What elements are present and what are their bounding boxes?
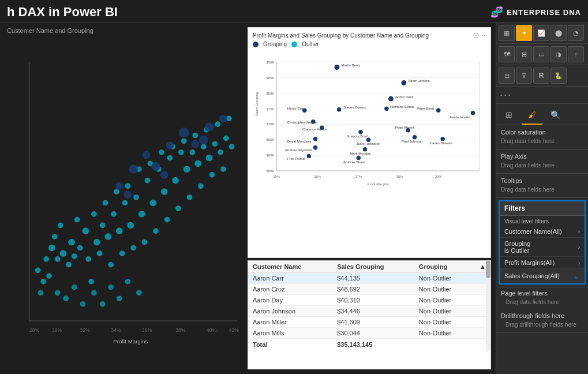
scrollbar[interactable] (486, 261, 490, 350)
svg-point-19 (58, 223, 63, 229)
svg-point-30 (100, 223, 106, 229)
svg-text:36%: 36% (314, 175, 321, 178)
filter-grouping[interactable]: Grouping is Outlier › (500, 238, 585, 257)
more-icon[interactable]: ··· (481, 31, 487, 39)
r-icon[interactable]: R (533, 68, 549, 84)
table-row[interactable]: Aaron Day $40,310 Non-Outlier (248, 295, 490, 306)
svg-text:Profit Margins: Profit Margins (368, 182, 389, 186)
python-icon[interactable]: 🐍 (550, 68, 567, 84)
scroll-thumb[interactable] (486, 261, 490, 278)
svg-point-160 (363, 147, 367, 151)
svg-point-94 (191, 140, 199, 148)
svg-point-66 (201, 144, 207, 149)
svg-text:$70K: $70K (266, 122, 274, 126)
svg-point-18 (66, 262, 72, 268)
svg-point-79 (63, 296, 69, 301)
svg-point-154 (413, 135, 417, 139)
filter-sales-grouping[interactable]: Sales Grouping(All) ⌄ (500, 269, 585, 283)
svg-point-46 (145, 178, 151, 184)
play-axis-drag[interactable]: Drag data fields here (501, 161, 583, 170)
more-visualizations[interactable]: ··· (496, 87, 588, 104)
svg-text:Justin Johnston: Justin Johnston (357, 142, 380, 145)
table-row[interactable]: Aaron Cruz $48,692 Non-Outlier (248, 284, 490, 295)
table-row[interactable]: Aaron Miller $41,609 Non-Outlier (248, 317, 490, 328)
svg-text:$75K: $75K (266, 107, 274, 111)
svg-point-53 (164, 217, 170, 223)
filters-header: Filters (500, 201, 585, 216)
svg-point-134 (337, 107, 341, 111)
svg-point-29 (97, 250, 103, 256)
svg-point-89 (129, 164, 138, 174)
table-icon[interactable]: ⊞ (516, 46, 532, 62)
bar-chart-icon[interactable]: ▦ (499, 25, 515, 41)
table-row[interactable]: Aaron Carr $44,135 Non-Outlier (248, 273, 490, 284)
scatter-chart-icon[interactable]: ✦ (516, 25, 532, 41)
svg-point-49 (153, 228, 159, 234)
svg-point-27 (93, 239, 100, 246)
svg-text:42%: 42% (229, 327, 239, 333)
svg-point-36 (116, 227, 123, 234)
svg-text:Fred Romer: Fred Romer (287, 157, 306, 160)
page-level-drag[interactable]: Drag data fields here (501, 298, 583, 306)
svg-point-95 (205, 122, 214, 132)
filter-grouping-label: Grouping is Outlier (504, 240, 530, 254)
tab-fields[interactable]: ⊞ (499, 106, 519, 125)
cell-name: Aaron Johnson (248, 306, 332, 317)
svg-point-25 (85, 256, 91, 262)
line-chart-icon[interactable]: 📈 (533, 25, 549, 41)
svg-point-60 (183, 166, 190, 173)
chart-menu-icon[interactable]: ≡ (367, 31, 372, 40)
card-icon[interactable]: ▭ (533, 46, 549, 62)
filter-profit-margins[interactable]: Profit Margins(All) › (500, 257, 585, 269)
expand-icon[interactable]: ⊡ (473, 31, 479, 39)
svg-point-70 (212, 141, 218, 147)
svg-point-54 (167, 155, 173, 161)
treemap-icon[interactable]: ⊟ (499, 68, 515, 84)
gauge-icon[interactable]: ◑ (550, 46, 567, 62)
area-chart-icon[interactable]: ⬤ (550, 25, 567, 41)
svg-point-92 (166, 141, 174, 149)
chevron-down-icon[interactable]: ⌄ (573, 271, 580, 280)
table-row[interactable]: Aaron Mills $30,044 Non-Outlier (248, 328, 490, 339)
kpi-icon[interactable]: ↑ (568, 46, 584, 62)
map-icon[interactable]: 🗺 (499, 46, 515, 62)
svg-point-31 (103, 200, 108, 206)
svg-text:40%: 40% (207, 327, 217, 333)
svg-point-52 (161, 188, 168, 195)
tab-analytics[interactable]: 🔍 (545, 106, 565, 125)
right-panel: ≡ ⊡ ··· Profit Margins and Sales Groupin… (248, 23, 496, 374)
svg-point-40 (127, 222, 134, 229)
color-saturation-drag[interactable]: Drag data fields here (501, 137, 583, 145)
svg-point-62 (189, 149, 195, 155)
svg-point-56 (172, 177, 179, 184)
svg-point-85 (117, 296, 122, 301)
filter-customer-name[interactable]: Customer Name(All) › (500, 226, 585, 238)
tooltips-drag[interactable]: Drag data fields here (501, 185, 583, 194)
cell-grouping: Non-Outlier (414, 306, 475, 317)
svg-text:34%: 34% (111, 327, 121, 333)
funnel-icon[interactable]: ⊽ (516, 68, 532, 84)
sidebar: ▦ ✦ 📈 ⬤ ◔ 🗺 ⊞ ▭ ◑ ↑ ⊟ ⊽ R 🐍 ··· ⊞ 🖌 🔍 (496, 23, 588, 374)
pie-chart-icon[interactable]: ◔ (568, 25, 584, 41)
svg-point-96 (219, 115, 227, 123)
header-logo: 🧬 ENTERPRISE DNA (490, 6, 581, 18)
svg-point-77 (38, 290, 44, 296)
svg-point-68 (206, 155, 213, 162)
svg-text:Clarence Austin: Clarence Austin (302, 128, 327, 131)
svg-point-164 (357, 156, 361, 160)
svg-point-158 (313, 145, 317, 149)
svg-point-26 (91, 211, 97, 217)
tab-format[interactable]: 🖌 (522, 106, 542, 125)
tooltips-section: Tooltips Drag data fields here (496, 174, 588, 198)
cell-name: Aaron Carr (248, 273, 332, 284)
top-chart[interactable]: ≡ ⊡ ··· Profit Margins and Sales Groupin… (248, 27, 491, 258)
svg-point-33 (108, 262, 114, 268)
legend-grouping-label: Grouping (263, 41, 287, 47)
table-row[interactable]: Aaron Johnson $34,446 Non-Outlier (248, 306, 490, 317)
table-header-row: Customer Name Sales Grouping Grouping ▲ (248, 261, 490, 273)
drillthrough-drag[interactable]: Drag drillthrough fields here (501, 320, 583, 329)
sidebar-tabs: ⊞ 🖌 🔍 (496, 104, 588, 125)
col-grouping: Grouping (414, 261, 475, 273)
filter-customer-name-label: Customer Name(All) (504, 228, 562, 235)
svg-text:38%: 38% (396, 175, 403, 178)
